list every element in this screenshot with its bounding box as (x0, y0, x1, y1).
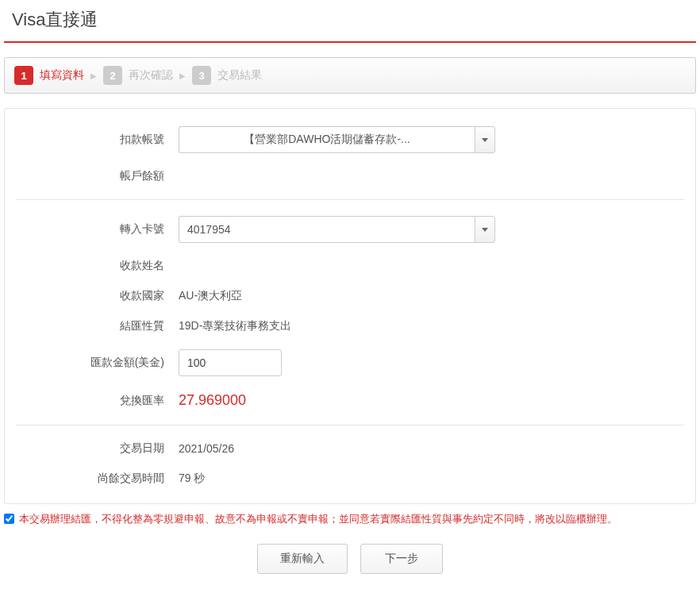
next-button[interactable]: 下一步 (360, 544, 443, 574)
step-number-badge: 1 (14, 66, 33, 85)
dropdown-toggle[interactable] (475, 126, 495, 153)
dropdown-toggle[interactable] (475, 216, 495, 243)
step-1: 1 填寫資料 (14, 66, 84, 85)
remaining-label: 尚餘交易時間 (16, 472, 179, 486)
consent-text: 本交易辦理結匯，不得化整為零規避申報、故意不為申報或不實申報；並同意若實際結匯性… (19, 512, 617, 526)
debit-account-dropdown[interactable]: 【營業部DAWHO活期儲蓄存款-... (179, 126, 495, 153)
amount-label: 匯款金額(美金) (16, 356, 179, 370)
divider (16, 425, 684, 425)
step-3: 3 交易結果 (192, 66, 262, 85)
reset-button[interactable]: 重新輸入 (257, 544, 348, 574)
button-row: 重新輸入 下一步 (4, 539, 696, 579)
step-label: 再次確認 (129, 68, 173, 83)
chevron-right-icon: ▶ (179, 71, 186, 80)
remaining-value: 79 秒 (179, 472, 684, 486)
consent-row[interactable]: 本交易辦理結匯，不得化整為零規避申報、故意不為申報或不實申報；並同意若實際結匯性… (4, 512, 696, 526)
chevron-right-icon: ▶ (90, 71, 97, 80)
divider (16, 199, 684, 200)
step-number-badge: 2 (103, 66, 122, 85)
progress-steps: 1 填寫資料 ▶ 2 再次確認 ▶ 3 交易結果 (4, 57, 696, 94)
txn-date-value: 2021/05/26 (179, 442, 684, 455)
form-panel: 扣款帳號 【營業部DAWHO活期儲蓄存款-... 帳戶餘額 轉入卡號 40179… (4, 108, 696, 504)
step-label: 填寫資料 (40, 68, 84, 83)
consent-checkbox[interactable] (4, 514, 14, 524)
txn-date-label: 交易日期 (16, 441, 179, 456)
amount-input[interactable] (179, 349, 282, 376)
step-2: 2 再次確認 (103, 66, 173, 85)
caret-down-icon (482, 138, 488, 142)
payee-country-value: AU-澳大利亞 (179, 289, 684, 303)
caret-down-icon (482, 228, 488, 232)
page-title: Visa直接通 (4, 8, 696, 43)
balance-label: 帳戶餘額 (16, 169, 179, 183)
debit-account-value: 【營業部DAWHO活期儲蓄存款-... (179, 126, 475, 153)
payee-country-label: 收款國家 (16, 289, 179, 303)
payee-name-label: 收款姓名 (16, 259, 179, 273)
nature-label: 結匯性質 (16, 319, 179, 333)
card-label: 轉入卡號 (16, 222, 179, 237)
debit-account-label: 扣款帳號 (16, 133, 179, 147)
card-dropdown[interactable]: 4017954 (179, 216, 495, 243)
rate-label: 兌換匯率 (16, 394, 179, 408)
card-value: 4017954 (179, 216, 475, 243)
step-number-badge: 3 (192, 66, 211, 85)
nature-value: 19D-專業技術事務支出 (179, 319, 684, 333)
rate-value: 27.969000 (179, 392, 684, 409)
step-label: 交易結果 (217, 68, 262, 83)
